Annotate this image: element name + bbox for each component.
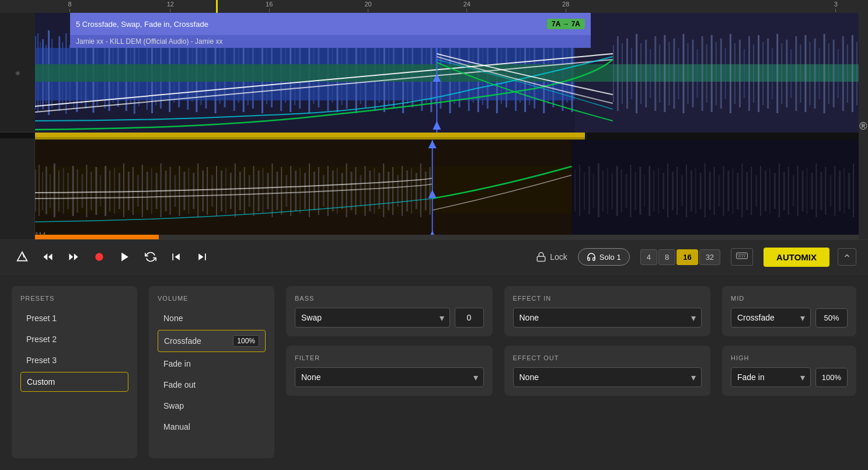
svg-rect-335 — [829, 175, 831, 207]
svg-rect-136 — [654, 36, 656, 111]
svg-rect-156 — [748, 36, 750, 111]
svg-rect-321 — [765, 170, 766, 211]
loop-button[interactable] — [140, 248, 161, 266]
svg-rect-339 — [848, 173, 850, 209]
track-info-bar: 5 Crossfade, Swap, Fade in, Crossfade 7A… — [70, 13, 591, 35]
svg-rect-199 — [77, 169, 78, 213]
mid-pct: 50% — [815, 308, 848, 328]
effect-column: EFFECT IN None Crossfade Fade in Fade ou… — [504, 286, 711, 458]
volume-fade-in[interactable]: Fade in — [158, 354, 266, 373]
track-subtitle: Jamie xx - KILL DEM (Official Audio) - J… — [70, 35, 591, 48]
lower-track — [0, 140, 868, 239]
svg-rect-164 — [786, 40, 787, 107]
effect-in-select[interactable]: None Crossfade Fade in Fade out Swap — [513, 308, 702, 328]
ruler-mark-20: 20 — [364, 1, 371, 12]
preset-2[interactable]: Preset 2 — [20, 330, 128, 349]
svg-rect-284 — [593, 174, 594, 208]
skip-back-icon — [170, 251, 182, 263]
ruler-mark-24: 24 — [463, 1, 470, 12]
svg-rect-305 — [691, 170, 692, 211]
mid-select-wrapper: Crossfade None Fade in Fade out Swap — [731, 308, 811, 328]
preset-3[interactable]: Preset 3 — [20, 351, 128, 370]
volume-crossfade-pct: 100% — [233, 335, 259, 347]
svg-rect-240 — [267, 173, 269, 209]
right-scrollbar[interactable]: ® — [859, 13, 868, 239]
svg-rect-231 — [225, 168, 226, 214]
record-button[interactable] — [89, 248, 110, 266]
beat-size-8[interactable]: 8 — [658, 249, 675, 265]
keyboard-button[interactable] — [731, 248, 753, 266]
mid-title: MID — [731, 295, 848, 302]
presets-title: PRESETS — [20, 295, 128, 302]
effect-out-select[interactable]: None Crossfade Fade in Fade out Swap — [513, 367, 702, 387]
svg-rect-320 — [760, 166, 761, 216]
svg-rect-158 — [758, 35, 759, 112]
effect-in-block: EFFECT IN None Crossfade Fade in Fade ou… — [504, 286, 711, 336]
svg-rect-300 — [667, 163, 668, 217]
ruler-mark-16: 16 — [266, 1, 273, 12]
svg-rect-226 — [202, 170, 204, 211]
rewind-button[interactable] — [37, 248, 58, 266]
svg-rect-197 — [68, 173, 69, 209]
automix-button[interactable]: AUTOMIX — [764, 248, 829, 267]
preset-custom[interactable]: Custom — [20, 372, 128, 392]
high-select[interactable]: Fade in None Crossfade Fade out Swap — [731, 367, 811, 387]
svg-rect-241 — [271, 163, 273, 217]
effect-out-block: EFFECT OUT None Crossfade Fade in Fade o… — [504, 346, 711, 396]
volume-fade-out[interactable]: Fade out — [158, 375, 266, 394]
svg-rect-206 — [109, 170, 110, 211]
skip-back-button[interactable] — [166, 248, 187, 266]
high-row: Fade in None Crossfade Fade out Swap 100… — [731, 367, 848, 387]
svg-rect-160 — [767, 39, 769, 109]
svg-rect-159 — [762, 42, 764, 105]
solo-button[interactable]: Solo 1 — [578, 248, 630, 266]
svg-rect-326 — [788, 167, 789, 215]
svg-rect-191 — [42, 172, 43, 210]
track-divider — [0, 133, 35, 138]
volume-none[interactable]: None — [158, 309, 266, 328]
svg-rect-135 — [650, 49, 651, 98]
svg-rect-303 — [681, 175, 683, 207]
beat-size-16[interactable]: 16 — [677, 249, 698, 265]
metronome-button[interactable] — [12, 248, 33, 266]
svg-rect-312 — [723, 166, 724, 216]
volume-crossfade[interactable]: Crossfade 100% — [158, 330, 266, 352]
svg-rect-334 — [825, 167, 826, 215]
solo-label: Solo 1 — [599, 253, 621, 262]
svg-rect-287 — [607, 168, 608, 214]
svg-rect-313 — [727, 170, 729, 211]
preset-1[interactable]: Preset 1 — [20, 309, 128, 328]
svg-rect-229 — [216, 166, 217, 216]
mid-row: Crossfade None Fade in Fade out Swap 50% — [731, 308, 848, 328]
svg-rect-315 — [737, 173, 738, 209]
metronome-icon — [16, 251, 28, 263]
svg-rect-250 — [313, 172, 315, 210]
play-icon — [119, 251, 131, 263]
timeline-progress-bar[interactable] — [35, 235, 859, 239]
bass-filter-column: BASS Swap None Crossfade Fade in Fade ou… — [286, 286, 493, 458]
presets-panel: PRESETS Preset 1 Preset 2 Preset 3 Custo… — [12, 286, 137, 458]
play-button[interactable] — [114, 248, 135, 266]
svg-rect-163 — [781, 43, 782, 104]
beat-size-4[interactable]: 4 — [640, 249, 657, 265]
svg-rect-329 — [802, 170, 804, 211]
svg-marker-344 — [48, 253, 53, 260]
skip-forward-button[interactable] — [191, 248, 212, 266]
fast-forward-button[interactable] — [63, 248, 84, 266]
beat-size-32[interactable]: 32 — [699, 249, 720, 265]
filter-select[interactable]: None Crossfade Fade in Fade out Swap — [295, 367, 484, 387]
svg-rect-166 — [795, 36, 797, 111]
svg-marker-343 — [44, 253, 48, 260]
collapse-button[interactable] — [838, 248, 856, 266]
bass-select[interactable]: Swap None Crossfade Fade in Fade out — [295, 308, 450, 328]
upper-waveform-container: 5 Crossfade, Swap, Fade in, Crossfade 7A… — [35, 13, 868, 133]
svg-rect-173 — [828, 43, 829, 104]
track-side-upper: ◉ — [0, 13, 35, 133]
bass-title: BASS — [295, 295, 484, 302]
ruler-mark-8: 8 — [68, 1, 71, 12]
svg-rect-285 — [598, 163, 599, 217]
volume-manual[interactable]: Manual — [158, 417, 266, 436]
mid-select[interactable]: Crossfade None Fade in Fade out Swap — [731, 308, 811, 328]
svg-rect-304 — [686, 165, 687, 217]
volume-swap[interactable]: Swap — [158, 396, 266, 415]
